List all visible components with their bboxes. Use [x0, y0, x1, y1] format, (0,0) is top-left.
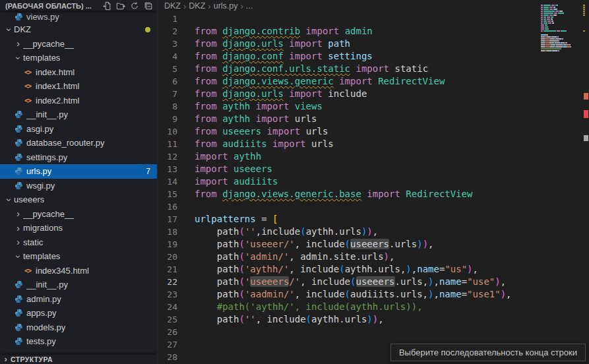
line-content[interactable]: path('aythh/', include(aythh.urls,),name…: [195, 263, 478, 276]
tree-folder-templates[interactable]: ›templates: [0, 51, 157, 65]
line-content[interactable]: from django.urls import path: [195, 38, 350, 50]
line-number[interactable]: 28: [158, 351, 195, 363]
line-content[interactable]: from django.views.generic.base import Re…: [195, 188, 472, 200]
line-number[interactable]: 22: [158, 276, 195, 288]
tree-folder-DKZ[interactable]: ›DKZ: [0, 22, 157, 37]
code-line: 18 path('',include(aythh.urls)),: [158, 226, 580, 238]
tree-folder-useeers[interactable]: ›useeers: [0, 193, 157, 207]
line-number[interactable]: 12: [158, 150, 195, 163]
line-content[interactable]: path('',include(aythh.urls)),: [195, 226, 378, 238]
line-number[interactable]: 2: [158, 25, 195, 38]
tree-file-index1.html[interactable]: <>index1.html: [0, 79, 157, 94]
explorer-section-header[interactable]: (РАБОЧАЯ ОБЛАСТЬ) ...: [0, 0, 157, 11]
line-number[interactable]: 4: [158, 50, 195, 63]
tree-file-apps.py[interactable]: apps.py: [0, 306, 157, 320]
python-file-icon: [13, 167, 24, 175]
tree-file-views-py[interactable]: views.py: [0, 11, 157, 22]
tree-file-index.html[interactable]: <>index.html: [0, 65, 157, 80]
line-content[interactable]: from django.views.generic import Redirec…: [195, 75, 445, 88]
line-content[interactable]: from aythh import urls: [195, 113, 317, 125]
line-content[interactable]: path('useeer/', include(useeers.urls)),: [195, 238, 434, 251]
line-number[interactable]: 11: [158, 138, 195, 150]
breadcrumb-separator-icon: ›: [183, 1, 186, 11]
line-number[interactable]: 23: [158, 288, 195, 301]
line-number[interactable]: 14: [158, 175, 195, 188]
line-content[interactable]: from django.contrib import admin: [195, 25, 373, 38]
line-number[interactable]: 5: [158, 63, 195, 75]
line-content[interactable]: import useeers: [195, 163, 272, 175]
line-content[interactable]: import aythh: [195, 150, 261, 163]
line-content[interactable]: #path('aythh/', include(aythh.urls)),: [195, 301, 423, 313]
line-content[interactable]: path('admin/', admin.site.urls),: [195, 251, 394, 263]
line-number[interactable]: 19: [158, 238, 195, 251]
line-number[interactable]: 9: [158, 113, 195, 125]
line-content[interactable]: urlpatterns = [: [195, 213, 278, 226]
tree-file-__init__.py[interactable]: __init__.py: [0, 278, 157, 292]
line-number[interactable]: 15: [158, 188, 195, 200]
code-line: 17urlpatterns = [: [158, 213, 580, 226]
code-line: 22 path('useeers/', include(useeers.urls…: [158, 276, 580, 288]
line-number[interactable]: 7: [158, 88, 195, 100]
breadcrumb-item[interactable]: DKZ: [164, 1, 181, 11]
line-content[interactable]: path('', include(aythh.urls)),: [195, 313, 384, 326]
tree-file-models.py[interactable]: models.py: [0, 320, 157, 335]
breadcrumb-item[interactable]: urls.py: [214, 1, 238, 11]
line-number[interactable]: 17: [158, 213, 195, 226]
tree-file-settings.py[interactable]: settings.py: [0, 150, 157, 165]
tree-folder-static[interactable]: ›static: [0, 235, 157, 250]
chevron-right-icon: ›: [13, 39, 23, 48]
line-number[interactable]: 3: [158, 38, 195, 50]
tree-folder-__pycache__[interactable]: ›__pycache__: [0, 37, 157, 51]
tree-file-tests.py[interactable]: tests.py: [0, 334, 157, 349]
new-file-icon[interactable]: [101, 1, 113, 11]
line-number[interactable]: 21: [158, 263, 195, 276]
tree-file-database_roouter.py[interactable]: database_roouter.py: [0, 136, 157, 150]
outline-section-header[interactable]: › СТРУКТУРА: [0, 355, 157, 364]
code-line: 3from django.urls import path: [158, 38, 580, 50]
tree-item-label: urls.py: [26, 166, 51, 176]
vscode-window: (РАБОЧАЯ ОБЛАСТЬ) ... views.py ›DKZ›: [0, 0, 589, 364]
line-number[interactable]: 16: [158, 200, 195, 213]
line-number[interactable]: 1: [158, 13, 195, 25]
line-number[interactable]: 26: [158, 326, 195, 338]
refresh-icon[interactable]: [129, 1, 140, 11]
line-content[interactable]: from django.conf import settings: [195, 50, 373, 63]
tree-folder-migrations[interactable]: ›migrations: [0, 221, 157, 235]
tree-file-__init__.py[interactable]: __init__.py: [0, 107, 157, 122]
line-content[interactable]: from useeers import urls: [195, 125, 328, 138]
line-content[interactable]: path('aadmin/', include(audiiits.urls,),…: [195, 288, 512, 301]
line-content[interactable]: from django.conf.urls.static import stat…: [195, 63, 428, 75]
tree-file-index345.html[interactable]: <>index345.html: [0, 264, 157, 278]
line-content[interactable]: from audiiits import urls: [195, 138, 334, 150]
line-content[interactable]: path('useeers/', include(useeers.urls,),…: [195, 276, 506, 288]
tree-folder-__pycache__[interactable]: ›__pycache__: [0, 207, 157, 222]
tree-file-admin.py[interactable]: admin.py: [0, 292, 157, 307]
tree-item-label: index1.html: [36, 81, 79, 91]
line-content[interactable]: import audiiits: [195, 175, 278, 188]
line-number[interactable]: 18: [158, 226, 195, 238]
line-number[interactable]: 8: [158, 100, 195, 113]
line-number[interactable]: 13: [158, 163, 195, 175]
line-number[interactable]: 20: [158, 251, 195, 263]
minimap[interactable]: [541, 2, 582, 57]
tree-file-asgi.py[interactable]: asgi.py: [0, 122, 157, 136]
line-number[interactable]: 27: [158, 338, 195, 351]
tree-file-index2.html[interactable]: <>index2.html: [0, 94, 157, 108]
html-file-icon: <>: [22, 97, 33, 104]
python-file-icon: [13, 309, 24, 317]
line-content[interactable]: from django.urls import include: [195, 88, 367, 100]
tree-folder-templates[interactable]: ›templates: [0, 249, 157, 264]
breadcrumb-item[interactable]: DKZ: [189, 1, 205, 11]
line-number[interactable]: 24: [158, 301, 195, 313]
collapse-all-icon[interactable]: [142, 1, 154, 11]
new-folder-icon[interactable]: [115, 1, 127, 11]
breadcrumb-item[interactable]: ...: [246, 1, 253, 11]
code-area[interactable]: 12from django.contrib import admin3from …: [158, 13, 580, 364]
tree-file-urls.py[interactable]: urls.py7: [0, 164, 157, 179]
line-number[interactable]: 25: [158, 313, 195, 326]
overview-ruler[interactable]: [583, 0, 589, 364]
line-number[interactable]: 6: [158, 75, 195, 88]
line-content[interactable]: from aythh import views: [195, 100, 323, 113]
line-number[interactable]: 10: [158, 125, 195, 138]
tree-file-wsgi.py[interactable]: wsgi.py: [0, 179, 157, 193]
